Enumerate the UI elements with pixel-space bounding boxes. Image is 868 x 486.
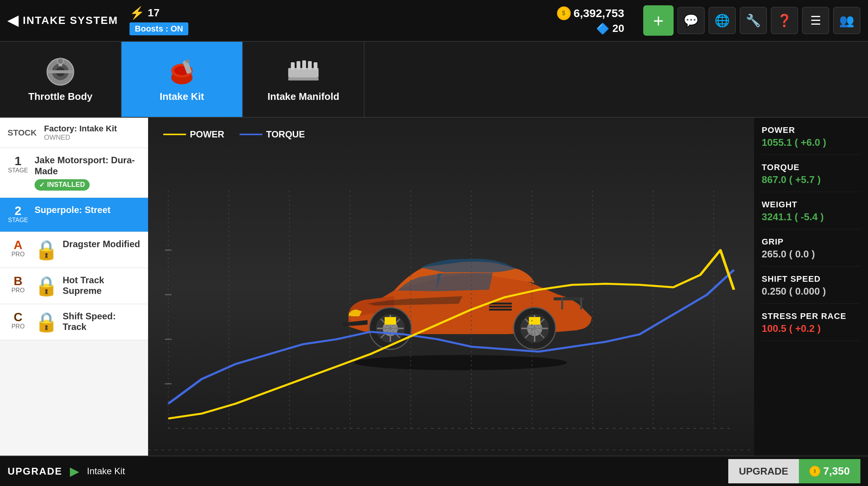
nav-icons: + 💬 🌐 🔧 ❓ ☰ 👥 bbox=[643, 5, 860, 36]
stock-info: Factory: Intake Kit OWNED bbox=[44, 124, 140, 142]
tab-intake-manifold[interactable]: Intake Manifold bbox=[243, 42, 365, 117]
menu-button[interactable]: ☰ bbox=[802, 7, 829, 34]
chart-bottom-axis bbox=[148, 444, 754, 456]
social-button[interactable]: 👥 bbox=[833, 7, 860, 34]
svg-rect-13 bbox=[297, 61, 300, 70]
stat-grip: GRIP 265.0 ( 0.0 ) bbox=[762, 237, 860, 267]
svg-rect-12 bbox=[291, 62, 295, 70]
left-panel: STOCK Factory: Intake Kit OWNED 1 STAGE … bbox=[0, 118, 148, 456]
lock-icon-a: 🔒 bbox=[35, 239, 58, 261]
upgrade-button[interactable]: UPGRADE $ 7,350 bbox=[728, 459, 860, 483]
lock-icon-b: 🔒 bbox=[35, 275, 58, 297]
svg-rect-3 bbox=[47, 70, 74, 73]
upgrade-item-stock[interactable]: STOCK Factory: Intake Kit OWNED bbox=[0, 118, 148, 148]
upgrade-item-pro-c[interactable]: C PRO 🔒 Shift Speed: Track bbox=[0, 304, 148, 340]
center-panel: POWER TORQUE bbox=[148, 118, 754, 456]
tab-throttle-body[interactable]: Throttle Body bbox=[0, 42, 122, 117]
main-content: STOCK Factory: Intake Kit OWNED 1 STAGE … bbox=[0, 118, 868, 456]
tab-intake-kit[interactable]: Intake Kit bbox=[122, 42, 243, 117]
pro-b-letter: B bbox=[14, 275, 22, 287]
current-item-name: Intake Kit bbox=[87, 466, 125, 477]
stat-shift-speed: SHIFT SPEED 0.250 ( 0.000 ) bbox=[762, 274, 860, 304]
wrench-button[interactable]: 🔧 bbox=[740, 7, 767, 34]
power-legend-label: POWER bbox=[190, 129, 224, 140]
torque-legend: TORQUE bbox=[240, 129, 305, 140]
torque-value: 867.0 ( +5.7 ) bbox=[762, 174, 860, 186]
stage1-info: Jake Motorsport: Dura-Made ✓ INSTALLED bbox=[35, 155, 140, 191]
stat-power: POWER 1055.1 ( +6.0 ) bbox=[762, 125, 860, 155]
power-line-icon bbox=[163, 134, 186, 135]
upgrade-text: UPGRADE bbox=[8, 465, 62, 477]
power-label: POWER bbox=[762, 125, 860, 135]
pro-b-name: Hot Track Supreme bbox=[63, 275, 140, 297]
upgrade-btn-label[interactable]: UPGRADE bbox=[728, 459, 799, 483]
pro-a-sublabel: PRO bbox=[11, 251, 25, 258]
upgrade-item-pro-b[interactable]: B PRO 🔒 Hot Track Supreme bbox=[0, 268, 148, 304]
upgrade-btn-price[interactable]: $ 7,350 bbox=[799, 459, 860, 483]
torque-label: TORQUE bbox=[762, 163, 860, 172]
stat-torque: TORQUE 867.0 ( +5.7 ) bbox=[762, 163, 860, 192]
currency-section: $ 6,392,753 🔷 20 bbox=[557, 6, 624, 35]
stage1-label: STAGE bbox=[8, 167, 28, 174]
tabs-row: Throttle Body Intake Kit bbox=[0, 42, 868, 118]
power-legend: POWER bbox=[163, 129, 224, 140]
lightning-section: ⚡ 17 bbox=[129, 6, 188, 20]
help-button[interactable]: ❓ bbox=[771, 7, 798, 34]
pro-a-badge: A PRO bbox=[8, 239, 28, 258]
upgrade-item-stage2[interactable]: 2 STAGE Superpole: Street bbox=[0, 198, 148, 232]
svg-rect-14 bbox=[302, 60, 306, 70]
grip-value: 265.0 ( 0.0 ) bbox=[762, 248, 860, 260]
stage2-sublabel: STAGE bbox=[8, 217, 28, 224]
upgrade-item-pro-a[interactable]: A PRO 🔒 Dragster Modified bbox=[0, 232, 148, 268]
page-title: INTAKE SYSTEM bbox=[23, 14, 118, 27]
stage1-badge: 1 STAGE bbox=[8, 155, 28, 174]
intake-kit-icon bbox=[165, 57, 199, 87]
diamond-currency: 🔷 20 bbox=[596, 22, 624, 35]
installed-badge: ✓ INSTALLED bbox=[35, 179, 90, 191]
gold-coin-icon: $ bbox=[557, 6, 571, 20]
shift-speed-label: SHIFT SPEED bbox=[762, 274, 860, 284]
pro-a-name: Dragster Modified bbox=[63, 239, 140, 250]
gold-amount: 6,392,753 bbox=[574, 7, 624, 20]
stage2-info: Superpole: Street bbox=[35, 205, 140, 216]
stage1-number: 1 bbox=[15, 155, 22, 167]
stock-label: STOCK bbox=[8, 128, 38, 138]
lock-icon-c: 🔒 bbox=[35, 311, 58, 333]
stage1-name: Jake Motorsport: Dura-Made bbox=[35, 155, 140, 177]
stock-name: Factory: Intake Kit bbox=[44, 124, 140, 134]
power-value: 1055.1 ( +6.0 ) bbox=[762, 137, 860, 148]
pro-a-letter: A bbox=[14, 239, 22, 251]
gold-currency: $ 6,392,753 bbox=[557, 6, 624, 20]
tab-intake-kit-label: Intake Kit bbox=[159, 91, 204, 103]
plus-button[interactable]: + bbox=[643, 5, 674, 36]
upgrade-item-stage1[interactable]: 1 STAGE Jake Motorsport: Dura-Made ✓ INS… bbox=[0, 148, 148, 198]
stock-owned: OWNED bbox=[44, 134, 140, 142]
back-button[interactable]: ◀ INTAKE SYSTEM bbox=[8, 13, 118, 28]
stress-value: 100.5 ( +0.2 ) bbox=[762, 323, 860, 335]
pro-b-info: Hot Track Supreme bbox=[63, 275, 140, 297]
throttle-body-icon bbox=[43, 57, 77, 87]
price-coin-icon: $ bbox=[810, 466, 820, 477]
tab-intake-manifold-label: Intake Manifold bbox=[267, 91, 339, 103]
right-panel: POWER 1055.1 ( +6.0 ) TORQUE 867.0 ( +5.… bbox=[754, 118, 868, 456]
play-icon: ▶ bbox=[70, 464, 79, 478]
pro-b-sublabel: PRO bbox=[11, 287, 25, 294]
weight-value: 3241.1 ( -5.4 ) bbox=[762, 211, 860, 223]
tab-throttle-body-label: Throttle Body bbox=[28, 91, 93, 103]
shift-speed-value: 0.250 ( 0.000 ) bbox=[762, 286, 860, 297]
installed-label: INSTALLED bbox=[47, 181, 85, 189]
torque-legend-label: TORQUE bbox=[266, 129, 305, 140]
svg-rect-17 bbox=[288, 77, 319, 80]
svg-rect-16 bbox=[314, 62, 317, 70]
top-bar: ◀ INTAKE SYSTEM ⚡ 17 Boosts : ON $ 6,392… bbox=[0, 0, 868, 42]
chat-button[interactable]: 💬 bbox=[677, 7, 705, 34]
stress-label: STRESS PER RACE bbox=[762, 311, 860, 321]
svg-rect-15 bbox=[308, 61, 312, 70]
chart-legend: POWER TORQUE bbox=[152, 122, 316, 147]
power-torque-chart bbox=[148, 161, 754, 448]
pro-c-name: Shift Speed: Track bbox=[63, 311, 140, 333]
stage2-name: Superpole: Street bbox=[35, 205, 140, 216]
torque-line-icon bbox=[240, 134, 262, 135]
boosts-badge[interactable]: Boosts : ON bbox=[129, 22, 188, 35]
globe-button[interactable]: 🌐 bbox=[709, 7, 736, 34]
